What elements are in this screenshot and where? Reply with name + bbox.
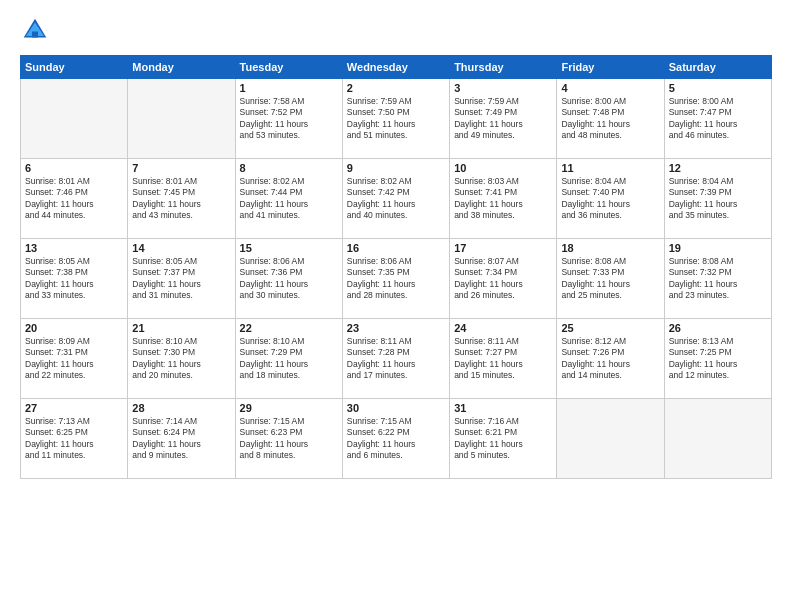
logo-icon (20, 15, 50, 45)
cell-info: Sunrise: 8:07 AM Sunset: 7:34 PM Dayligh… (454, 256, 552, 302)
day-number: 19 (669, 242, 767, 254)
calendar-cell: 25Sunrise: 8:12 AM Sunset: 7:26 PM Dayli… (557, 319, 664, 399)
calendar-cell: 13Sunrise: 8:05 AM Sunset: 7:38 PM Dayli… (21, 239, 128, 319)
calendar-cell: 24Sunrise: 8:11 AM Sunset: 7:27 PM Dayli… (450, 319, 557, 399)
day-number: 30 (347, 402, 445, 414)
header-day-thursday: Thursday (450, 56, 557, 79)
cell-info: Sunrise: 8:12 AM Sunset: 7:26 PM Dayligh… (561, 336, 659, 382)
day-number: 9 (347, 162, 445, 174)
header-day-tuesday: Tuesday (235, 56, 342, 79)
calendar-cell: 12Sunrise: 8:04 AM Sunset: 7:39 PM Dayli… (664, 159, 771, 239)
cell-info: Sunrise: 8:02 AM Sunset: 7:44 PM Dayligh… (240, 176, 338, 222)
calendar-cell: 8Sunrise: 8:02 AM Sunset: 7:44 PM Daylig… (235, 159, 342, 239)
calendar-cell: 15Sunrise: 8:06 AM Sunset: 7:36 PM Dayli… (235, 239, 342, 319)
cell-info: Sunrise: 7:59 AM Sunset: 7:50 PM Dayligh… (347, 96, 445, 142)
day-number: 10 (454, 162, 552, 174)
calendar-cell: 16Sunrise: 8:06 AM Sunset: 7:35 PM Dayli… (342, 239, 449, 319)
calendar-cell: 6Sunrise: 8:01 AM Sunset: 7:46 PM Daylig… (21, 159, 128, 239)
cell-info: Sunrise: 8:06 AM Sunset: 7:35 PM Dayligh… (347, 256, 445, 302)
day-number: 8 (240, 162, 338, 174)
cell-info: Sunrise: 8:10 AM Sunset: 7:30 PM Dayligh… (132, 336, 230, 382)
page: SundayMondayTuesdayWednesdayThursdayFrid… (0, 0, 792, 612)
cell-info: Sunrise: 8:04 AM Sunset: 7:39 PM Dayligh… (669, 176, 767, 222)
week-row-5: 27Sunrise: 7:13 AM Sunset: 6:25 PM Dayli… (21, 399, 772, 479)
day-number: 23 (347, 322, 445, 334)
cell-info: Sunrise: 8:08 AM Sunset: 7:33 PM Dayligh… (561, 256, 659, 302)
day-number: 13 (25, 242, 123, 254)
cell-info: Sunrise: 8:11 AM Sunset: 7:27 PM Dayligh… (454, 336, 552, 382)
day-number: 20 (25, 322, 123, 334)
cell-info: Sunrise: 8:05 AM Sunset: 7:37 PM Dayligh… (132, 256, 230, 302)
cell-info: Sunrise: 7:59 AM Sunset: 7:49 PM Dayligh… (454, 96, 552, 142)
calendar-header: SundayMondayTuesdayWednesdayThursdayFrid… (21, 56, 772, 79)
calendar-cell: 10Sunrise: 8:03 AM Sunset: 7:41 PM Dayli… (450, 159, 557, 239)
calendar-cell: 31Sunrise: 7:16 AM Sunset: 6:21 PM Dayli… (450, 399, 557, 479)
calendar-cell: 7Sunrise: 8:01 AM Sunset: 7:45 PM Daylig… (128, 159, 235, 239)
calendar-cell: 4Sunrise: 8:00 AM Sunset: 7:48 PM Daylig… (557, 79, 664, 159)
week-row-2: 6Sunrise: 8:01 AM Sunset: 7:46 PM Daylig… (21, 159, 772, 239)
day-number: 24 (454, 322, 552, 334)
cell-info: Sunrise: 8:06 AM Sunset: 7:36 PM Dayligh… (240, 256, 338, 302)
calendar-cell: 30Sunrise: 7:15 AM Sunset: 6:22 PM Dayli… (342, 399, 449, 479)
calendar-cell: 14Sunrise: 8:05 AM Sunset: 7:37 PM Dayli… (128, 239, 235, 319)
calendar-cell: 5Sunrise: 8:00 AM Sunset: 7:47 PM Daylig… (664, 79, 771, 159)
calendar-cell: 21Sunrise: 8:10 AM Sunset: 7:30 PM Dayli… (128, 319, 235, 399)
cell-info: Sunrise: 8:08 AM Sunset: 7:32 PM Dayligh… (669, 256, 767, 302)
day-number: 7 (132, 162, 230, 174)
calendar-cell: 23Sunrise: 8:11 AM Sunset: 7:28 PM Dayli… (342, 319, 449, 399)
calendar-cell: 22Sunrise: 8:10 AM Sunset: 7:29 PM Dayli… (235, 319, 342, 399)
calendar-cell: 2Sunrise: 7:59 AM Sunset: 7:50 PM Daylig… (342, 79, 449, 159)
day-number: 1 (240, 82, 338, 94)
day-number: 5 (669, 82, 767, 94)
cell-info: Sunrise: 8:00 AM Sunset: 7:47 PM Dayligh… (669, 96, 767, 142)
week-row-3: 13Sunrise: 8:05 AM Sunset: 7:38 PM Dayli… (21, 239, 772, 319)
day-number: 15 (240, 242, 338, 254)
day-number: 2 (347, 82, 445, 94)
cell-info: Sunrise: 8:02 AM Sunset: 7:42 PM Dayligh… (347, 176, 445, 222)
calendar-cell: 20Sunrise: 8:09 AM Sunset: 7:31 PM Dayli… (21, 319, 128, 399)
cell-info: Sunrise: 8:01 AM Sunset: 7:45 PM Dayligh… (132, 176, 230, 222)
svg-rect-2 (32, 32, 38, 38)
logo (20, 15, 54, 45)
day-number: 4 (561, 82, 659, 94)
header-day-sunday: Sunday (21, 56, 128, 79)
calendar-cell: 18Sunrise: 8:08 AM Sunset: 7:33 PM Dayli… (557, 239, 664, 319)
header-row: SundayMondayTuesdayWednesdayThursdayFrid… (21, 56, 772, 79)
calendar-cell (664, 399, 771, 479)
day-number: 18 (561, 242, 659, 254)
day-number: 31 (454, 402, 552, 414)
day-number: 26 (669, 322, 767, 334)
calendar-cell: 1Sunrise: 7:58 AM Sunset: 7:52 PM Daylig… (235, 79, 342, 159)
calendar-cell: 17Sunrise: 8:07 AM Sunset: 7:34 PM Dayli… (450, 239, 557, 319)
calendar-cell: 28Sunrise: 7:14 AM Sunset: 6:24 PM Dayli… (128, 399, 235, 479)
week-row-4: 20Sunrise: 8:09 AM Sunset: 7:31 PM Dayli… (21, 319, 772, 399)
header-day-wednesday: Wednesday (342, 56, 449, 79)
calendar-cell: 9Sunrise: 8:02 AM Sunset: 7:42 PM Daylig… (342, 159, 449, 239)
header-day-saturday: Saturday (664, 56, 771, 79)
cell-info: Sunrise: 7:15 AM Sunset: 6:22 PM Dayligh… (347, 416, 445, 462)
cell-info: Sunrise: 8:01 AM Sunset: 7:46 PM Dayligh… (25, 176, 123, 222)
cell-info: Sunrise: 7:58 AM Sunset: 7:52 PM Dayligh… (240, 96, 338, 142)
calendar-cell: 19Sunrise: 8:08 AM Sunset: 7:32 PM Dayli… (664, 239, 771, 319)
day-number: 12 (669, 162, 767, 174)
header (20, 15, 772, 45)
day-number: 25 (561, 322, 659, 334)
day-number: 6 (25, 162, 123, 174)
day-number: 11 (561, 162, 659, 174)
calendar-cell: 26Sunrise: 8:13 AM Sunset: 7:25 PM Dayli… (664, 319, 771, 399)
cell-info: Sunrise: 8:11 AM Sunset: 7:28 PM Dayligh… (347, 336, 445, 382)
cell-info: Sunrise: 8:05 AM Sunset: 7:38 PM Dayligh… (25, 256, 123, 302)
cell-info: Sunrise: 8:13 AM Sunset: 7:25 PM Dayligh… (669, 336, 767, 382)
header-day-friday: Friday (557, 56, 664, 79)
cell-info: Sunrise: 8:00 AM Sunset: 7:48 PM Dayligh… (561, 96, 659, 142)
cell-info: Sunrise: 8:04 AM Sunset: 7:40 PM Dayligh… (561, 176, 659, 222)
day-number: 21 (132, 322, 230, 334)
day-number: 14 (132, 242, 230, 254)
calendar-cell: 27Sunrise: 7:13 AM Sunset: 6:25 PM Dayli… (21, 399, 128, 479)
cell-info: Sunrise: 7:14 AM Sunset: 6:24 PM Dayligh… (132, 416, 230, 462)
cell-info: Sunrise: 8:03 AM Sunset: 7:41 PM Dayligh… (454, 176, 552, 222)
calendar-table: SundayMondayTuesdayWednesdayThursdayFrid… (20, 55, 772, 479)
calendar-cell (128, 79, 235, 159)
day-number: 27 (25, 402, 123, 414)
cell-info: Sunrise: 7:16 AM Sunset: 6:21 PM Dayligh… (454, 416, 552, 462)
